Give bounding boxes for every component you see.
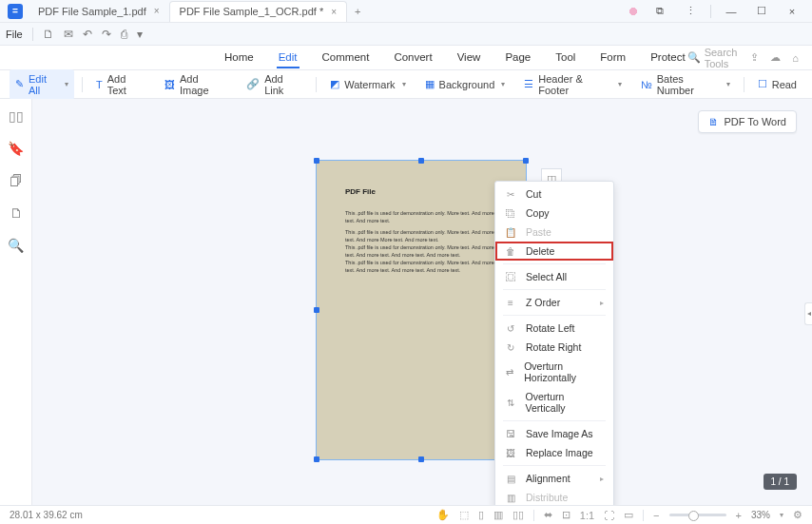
- rotate-left-icon: ↺: [505, 323, 516, 334]
- hand-tool-icon[interactable]: ✋: [436, 509, 450, 521]
- zoom-in-button[interactable]: +: [736, 510, 742, 521]
- image-icon: 🖾: [164, 79, 175, 90]
- tab-inactive[interactable]: PDF File Sample_1.pdf ×: [29, 1, 169, 22]
- minimize-button[interactable]: —: [721, 3, 742, 20]
- pdf-to-word-button[interactable]: 🗎 PDF To Word: [698, 110, 797, 133]
- home-icon[interactable]: ⌂: [792, 52, 799, 64]
- menu-comment[interactable]: Comment: [320, 48, 372, 68]
- menu-view[interactable]: View: [455, 48, 483, 68]
- chevron-down-icon: ▾: [501, 80, 505, 88]
- layers-icon: ≡: [505, 298, 516, 308]
- open-external-icon[interactable]: ⧉: [649, 3, 670, 20]
- save-icon[interactable]: 🗋: [43, 28, 54, 41]
- watermark-button[interactable]: ◩Watermark▾: [324, 74, 411, 94]
- bookmark-icon[interactable]: 🔖: [8, 141, 24, 156]
- ctx-replace-image[interactable]: 🖼Replace Image: [495, 443, 613, 462]
- ctx-cut[interactable]: ✂Cut: [495, 184, 613, 204]
- continuous-icon[interactable]: ▥: [493, 509, 503, 521]
- maximize-button[interactable]: ☐: [751, 3, 772, 20]
- resize-handle[interactable]: [314, 158, 319, 164]
- text-icon: T: [96, 79, 103, 90]
- add-link-button[interactable]: 🔗Add Link: [241, 69, 308, 100]
- more-icon[interactable]: ▾: [137, 28, 143, 41]
- chevron-down-icon: ▾: [618, 80, 622, 88]
- ctx-paste: 📋Paste: [495, 223, 613, 242]
- add-text-button[interactable]: TAdd Text: [90, 69, 151, 100]
- actual-size-icon[interactable]: 1:1: [580, 510, 594, 521]
- redo-icon[interactable]: ↷: [102, 28, 111, 41]
- menu-protect[interactable]: Protect: [648, 48, 686, 68]
- menu-convert[interactable]: Convert: [392, 48, 434, 68]
- ctx-overturn-horizontally[interactable]: ⇄Overturn Horizontally: [495, 357, 613, 387]
- word-icon: 🗎: [708, 116, 719, 127]
- premium-icon[interactable]: [627, 5, 640, 18]
- menu-home[interactable]: Home: [222, 48, 256, 68]
- menu-edit[interactable]: Edit: [277, 48, 300, 68]
- menu-form[interactable]: Form: [598, 48, 628, 68]
- mail-icon[interactable]: ✉: [64, 28, 73, 41]
- resize-handle[interactable]: [314, 307, 319, 313]
- undo-icon[interactable]: ↶: [83, 28, 92, 41]
- canvas[interactable]: 🗎 PDF To Word ◫ PDF File This .pdf file …: [32, 99, 812, 505]
- tab-active[interactable]: PDF File Sample_1_OCR.pdf * ×: [169, 1, 347, 22]
- button-label: Add Link: [264, 73, 302, 96]
- print-icon[interactable]: ⎙: [121, 28, 127, 41]
- resize-handle[interactable]: [418, 456, 424, 462]
- resize-handle[interactable]: [523, 158, 529, 164]
- close-icon[interactable]: ×: [331, 7, 337, 17]
- ctx-save-image-as[interactable]: 🖫Save Image As: [495, 424, 613, 443]
- page-icon[interactable]: 🗋: [10, 205, 23, 221]
- button-label: Edit All: [29, 73, 58, 96]
- read-button[interactable]: ☐Read: [752, 74, 802, 94]
- view-mode-icon[interactable]: ▭: [624, 509, 633, 521]
- ctx-rotate-left[interactable]: ↺Rotate Left: [495, 319, 613, 338]
- add-image-button[interactable]: 🖾Add Image: [159, 69, 233, 100]
- chevron-down-icon: ▾: [402, 80, 406, 88]
- zoom-slider[interactable]: [669, 514, 726, 516]
- ctx-rotate-right[interactable]: ↻Rotate Right: [495, 338, 613, 357]
- new-tab-button[interactable]: +: [347, 6, 368, 17]
- ctx-alignment[interactable]: ▤Alignment▸: [495, 469, 613, 488]
- select-tool-icon[interactable]: ⬚: [459, 509, 469, 521]
- menu-page[interactable]: Page: [503, 48, 532, 68]
- search-icon[interactable]: 🔍: [8, 238, 24, 253]
- status-bar: 28.01 x 39.62 cm ✋ ⬚ ▯ ▥ ▯▯ ⬌ ⊡ 1:1 ⛶ ▭ …: [0, 505, 812, 524]
- left-sidebar: ▯▯ 🔖 🗍 🗋 🔍: [0, 99, 32, 505]
- close-icon[interactable]: ×: [154, 6, 160, 16]
- file-menu[interactable]: File: [6, 29, 23, 40]
- workspace: ▯▯ 🔖 🗍 🗋 🔍 ▸ 🗎 PDF To Word ◫ PDF File Th…: [0, 99, 812, 505]
- menu-label: Replace Image: [526, 447, 593, 458]
- thumbnails-icon[interactable]: ▯▯: [9, 108, 24, 124]
- header-footer-button[interactable]: ☰Header & Footer▾: [518, 69, 628, 100]
- two-page-icon[interactable]: ▯▯: [512, 509, 524, 521]
- watermark-icon: ◩: [330, 78, 339, 90]
- more-icon[interactable]: ⋮: [680, 3, 701, 20]
- page-layout-icon[interactable]: ▯: [478, 509, 484, 521]
- menu-tool[interactable]: Tool: [553, 48, 577, 68]
- attachment-icon[interactable]: 🗍: [10, 173, 23, 188]
- close-button[interactable]: ×: [782, 3, 802, 20]
- settings-icon[interactable]: ⚙: [793, 509, 802, 521]
- fullscreen-icon[interactable]: ⛶: [604, 510, 614, 521]
- menu-label: Copy: [526, 207, 550, 219]
- chevron-down-icon[interactable]: ▾: [780, 511, 783, 519]
- resize-handle[interactable]: [314, 456, 319, 462]
- menu-bar: Home Edit Comment Convert View Page Tool…: [0, 46, 812, 70]
- bates-number-button[interactable]: №Bates Number▾: [635, 69, 736, 100]
- ctx-select-all[interactable]: ⿴Select All: [495, 267, 613, 286]
- fit-width-icon[interactable]: ⬌: [544, 509, 552, 521]
- background-button[interactable]: ▦Background▾: [419, 74, 512, 94]
- zoom-out-button[interactable]: −: [653, 510, 659, 521]
- expand-right-icon[interactable]: ◂: [804, 302, 812, 325]
- checkbox-icon: ☐: [758, 78, 767, 90]
- ctx-copy[interactable]: ⿻Copy: [495, 204, 613, 223]
- cloud-icon[interactable]: ☁: [770, 51, 781, 64]
- fit-page-icon[interactable]: ⊡: [562, 509, 570, 521]
- search-tools[interactable]: 🔍 Search Tools: [687, 47, 740, 69]
- resize-handle[interactable]: [418, 158, 424, 164]
- ctx-z-order[interactable]: ≡Z Order▸: [495, 293, 613, 312]
- ctx-delete[interactable]: 🗑Delete: [495, 242, 613, 261]
- share-icon[interactable]: ⇪: [750, 51, 759, 64]
- edit-all-button[interactable]: ✎ Edit All ▾: [10, 69, 74, 100]
- ctx-overturn-vertically[interactable]: ⇅Overturn Vertically: [495, 387, 613, 417]
